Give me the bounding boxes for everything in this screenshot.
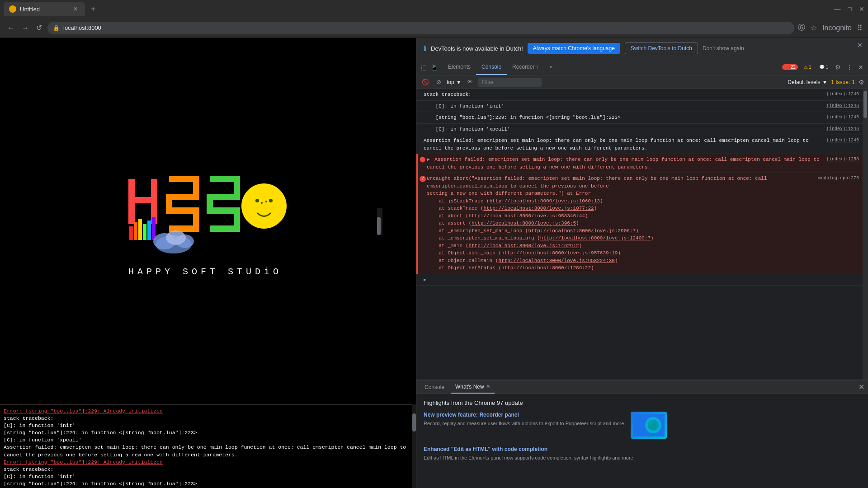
game-title: HAPPY SOFT STUDiO: [128, 267, 282, 277]
devtools-more-icon[interactable]: ⋮: [845, 63, 854, 72]
log-levels-dropdown[interactable]: Default levels ▼: [788, 79, 827, 85]
msg-link-5[interactable]: (index):1246: [826, 137, 859, 144]
tab-elements[interactable]: Elements: [443, 59, 476, 75]
feature-thumb-svg-1: [633, 414, 665, 436]
link-9[interactable]: http://localhost:8000/love.js:958224:30: [498, 258, 614, 263]
msg-link-7[interactable]: modplug.cpp:275: [818, 175, 859, 182]
console-toolbar: 🚫 ⊘ top ▼ 👁 Default levels ▼ 1 Issue: 1 …: [416, 75, 868, 89]
console-line-7: Error: [string "boot.lua"]:229: Already …: [4, 459, 409, 466]
feature-card-2: Enhanced "Edit as HTML" with code comple…: [424, 446, 861, 462]
whats-new-title: Highlights from the Chrome 97 update: [424, 399, 861, 406]
tab-recorder[interactable]: Recorder ↑: [507, 59, 544, 75]
address-text: localhost:8000: [63, 24, 101, 31]
svg-rect-6: [143, 224, 146, 240]
game-art: HAPPY SOFT STUDiO: [115, 165, 296, 277]
page-scrollbar-thumb: [377, 217, 381, 235]
link-3[interactable]: http://localhost:8000/love.js:958346:44: [468, 213, 585, 219]
context-dropdown[interactable]: top ▼: [447, 79, 462, 85]
msg-link-6[interactable]: (index):1258: [826, 156, 859, 163]
console-msg-4: (index):1246 [C]: in function 'xpcall': [416, 124, 863, 136]
error-badge-2: 2: [420, 176, 426, 182]
msg-link-1[interactable]: (index):1246: [826, 91, 859, 98]
devtools-tab-icons: ⬚ 📱: [420, 63, 439, 72]
console-line-9: [C]: in function 'init': [4, 473, 409, 480]
minimize-button[interactable]: —: [835, 5, 841, 13]
switch-devtools-button[interactable]: Switch DevTools to Dutch: [625, 42, 698, 54]
translate-icon[interactable]: Ⓖ: [798, 23, 805, 33]
notification-info-icon: ℹ: [424, 44, 426, 53]
link-8[interactable]: http://localhost:8000/love.js:957639:19: [501, 250, 618, 256]
notification-text: DevTools is now available in Dutch!: [431, 45, 523, 52]
expand-icon-1[interactable]: ▶: [427, 157, 430, 162]
link-6[interactable]: http://localhost:8000/love.js:12400:7: [540, 235, 651, 241]
dont-show-again-button[interactable]: Don't show again: [703, 45, 744, 52]
devtools-close-icon[interactable]: ✕: [857, 63, 864, 72]
profile-button[interactable]: Incognito: [822, 24, 852, 32]
console-msg-1: (index):1246 stack traceback:: [416, 89, 863, 101]
reload-button[interactable]: ↺: [34, 22, 44, 34]
active-tab[interactable]: Untitled ✕: [4, 2, 85, 16]
tab-bar: Untitled ✕ +: [4, 0, 99, 18]
maximize-button[interactable]: □: [848, 5, 852, 13]
new-tab-button[interactable]: +: [87, 3, 99, 15]
bottom-tab-console[interactable]: Console: [420, 380, 449, 394]
collapse-arrow[interactable]: ▶: [424, 277, 426, 282]
device-icon[interactable]: 📱: [429, 63, 439, 72]
msg-link-2[interactable]: (index):1246: [826, 103, 859, 109]
svg-rect-1: [128, 197, 151, 203]
console-line-6: Assertion failed: emscripten_set_main_lo…: [4, 444, 409, 458]
inspect-icon[interactable]: ⬚: [420, 63, 428, 72]
clear-console-button[interactable]: 🚫: [420, 78, 431, 86]
devtools-vscroll[interactable]: [863, 89, 868, 380]
preserve-log-icon[interactable]: ⊘: [434, 78, 443, 86]
link-2[interactable]: http://localhost:8000/love.js:1077:22: [483, 206, 594, 211]
feature-desc-1: Record, replay and measure user flows wi…: [424, 420, 625, 427]
console-scrollbar[interactable]: [412, 404, 416, 488]
tab-title: Untitled: [20, 6, 40, 13]
svg-point-10: [255, 199, 259, 202]
console-settings-icon[interactable]: ⚙: [859, 79, 864, 86]
bookmark-icon[interactable]: ☆: [811, 23, 817, 32]
devtools-vscroll-thumb: [863, 91, 867, 118]
devtools-panel: ℹ DevTools is now available in Dutch! Al…: [416, 38, 868, 488]
feature-desc-2: Edit as HTML in the Elements panel now s…: [424, 454, 635, 462]
console-msg-2: (index):1246 [C]: in function 'init': [416, 101, 863, 113]
bottom-close-icon[interactable]: ✕: [859, 383, 864, 391]
tab-more[interactable]: »: [544, 59, 558, 75]
titlebar-controls: — □ ✕: [835, 5, 864, 13]
filter-input[interactable]: [478, 78, 542, 87]
match-language-button[interactable]: Always match Chrome's language: [528, 43, 620, 54]
link-1[interactable]: http://localhost:8000/love.js:1060:13: [490, 198, 600, 204]
eye-icon[interactable]: 👁: [465, 78, 475, 86]
feature-card-1: New preview feature: Recorder panel Reco…: [424, 412, 861, 439]
msg-link-4[interactable]: (index):1246: [826, 126, 859, 132]
address-bar[interactable]: 🔒 localhost:8000: [47, 22, 794, 34]
main-content: HAPPY SOFT STUDiO Error: [string "boot.l…: [0, 38, 868, 488]
notification-close-button[interactable]: ✕: [857, 42, 863, 49]
bottom-tab-whats-new[interactable]: What's New ✕: [451, 380, 495, 394]
feature-title-1[interactable]: New preview feature: Recorder panel: [424, 412, 625, 418]
link-7[interactable]: http://localhost:8000/love.js:14629:2: [468, 243, 579, 249]
tab-close-btn[interactable]: ✕: [71, 5, 80, 13]
feature-text-1: New preview feature: Recorder panel Reco…: [424, 412, 625, 427]
back-button[interactable]: ←: [5, 22, 16, 34]
page-scrollbar[interactable]: [377, 208, 382, 235]
console-scroll[interactable]: (index):1246 stack traceback: (index):12…: [416, 89, 863, 380]
navigation-bar: ← → ↺ 🔒 localhost:8000 Ⓖ ☆ Incognito ⠿: [0, 18, 868, 38]
msg-link-3[interactable]: (index):1246: [826, 114, 859, 121]
feature-title-2[interactable]: Enhanced "Edit as HTML" with code comple…: [424, 446, 635, 452]
svg-point-13: [265, 201, 267, 202]
whats-new-close[interactable]: ✕: [486, 384, 490, 389]
extensions-icon[interactable]: ⠿: [857, 23, 863, 32]
link-5[interactable]: http://localhost:8000/love.js:2906:7: [528, 228, 636, 234]
svg-rect-4: [134, 222, 137, 240]
tab-console[interactable]: Console: [476, 59, 507, 75]
console-error-2: 2 modplug.cpp:275 Uncaught abort("Assert…: [416, 173, 863, 274]
devtools-settings-icon[interactable]: ⚙: [834, 63, 842, 72]
svg-rect-3: [129, 226, 133, 240]
close-window-button[interactable]: ✕: [859, 5, 864, 13]
devtools-bottom: Console What's New ✕ ✕ Highlights from t…: [416, 380, 868, 488]
link-4[interactable]: http://localhost:8000/love.js:396:5: [472, 221, 576, 226]
forward-button[interactable]: →: [20, 22, 31, 34]
link-10[interactable]: http://localhost:8000/:1289:22: [501, 265, 591, 271]
